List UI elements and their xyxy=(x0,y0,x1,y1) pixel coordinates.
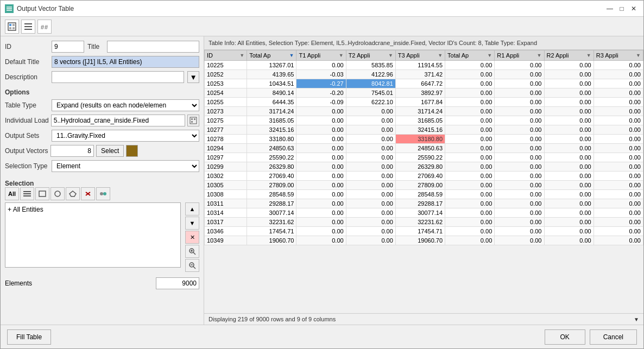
sel-all-btn[interactable]: All xyxy=(5,187,19,200)
filter-icon-t3[interactable]: ▼ xyxy=(438,53,443,58)
table-cell: 0.00 xyxy=(445,79,495,88)
table-cell: 27069.40 xyxy=(395,172,445,181)
id-input[interactable] xyxy=(52,41,84,53)
maximize-button[interactable]: □ xyxy=(616,3,627,14)
table-container[interactable]: ID▼ Total Ap▼ T1 Appli▼ T2 Appli▼ T3 App… xyxy=(204,50,643,313)
cancel-button[interactable]: Cancel xyxy=(590,329,637,345)
sel-group-btn[interactable] xyxy=(96,187,110,200)
title-input[interactable] xyxy=(107,41,199,53)
table-row[interactable]: 1027531685.050.000.0031685.050.000.000.0… xyxy=(205,116,643,125)
filter-icon-t1[interactable]: ▼ xyxy=(339,53,344,58)
side-zoom-out-btn[interactable] xyxy=(185,259,199,272)
ok-button[interactable]: OK xyxy=(545,329,585,345)
sel-delete-btn[interactable] xyxy=(81,187,95,200)
table-row[interactable]: 1027331714.240.000.0031714.240.000.000.0… xyxy=(205,107,643,116)
table-cell: 0.00 xyxy=(544,144,594,153)
table-cell: 0.00 xyxy=(296,135,346,144)
table-cell: 10278 xyxy=(205,135,247,144)
table-cell: 0.00 xyxy=(445,190,495,199)
toolbar-btn-2[interactable] xyxy=(21,20,35,34)
toolbar-btn-1[interactable] xyxy=(5,20,19,34)
table-cell: 10308 xyxy=(205,190,247,199)
table-row[interactable]: 1025310434.51-0.278042.816647.720.000.00… xyxy=(205,79,643,88)
description-input[interactable] xyxy=(52,71,184,83)
filter-icon-r3[interactable]: ▼ xyxy=(636,53,641,58)
elements-input[interactable] xyxy=(156,277,199,289)
table-row[interactable]: 1030828548.590.000.0028548.590.000.000.0… xyxy=(205,190,643,199)
table-row[interactable]: 102548490.14-0.207545.013892.970.000.000… xyxy=(205,88,643,98)
filter-icon-total-ap1[interactable]: ▼ xyxy=(289,53,294,58)
filter-icon-t2[interactable]: ▼ xyxy=(388,53,393,58)
table-row[interactable]: 1031129288.170.000.0029288.170.000.000.0… xyxy=(205,199,643,208)
side-zoom-in-btn[interactable] xyxy=(185,245,199,258)
table-row[interactable]: 1034919060.700.000.0019060.700.000.000.0… xyxy=(205,236,643,245)
table-cell: 0.00 xyxy=(594,236,643,245)
table-cell: 4122.96 xyxy=(346,70,395,79)
table-row[interactable]: 1030527809.000.000.0027809.000.000.000.0… xyxy=(205,181,643,190)
table-cell: 10314 xyxy=(205,208,247,218)
toolbar-btn-3[interactable]: ## xyxy=(37,20,52,34)
svg-rect-18 xyxy=(23,191,31,192)
filter-icon-total-ap2[interactable]: ▼ xyxy=(487,53,492,58)
table-row[interactable]: 1027833180.800.000.0033180.800.000.000.0… xyxy=(205,135,643,144)
fill-table-button[interactable]: Fill Table xyxy=(7,329,51,345)
individual-load-btn[interactable] xyxy=(187,115,199,126)
filter-icon-r1[interactable]: ▼ xyxy=(537,53,542,58)
table-row[interactable]: 1027732415.160.000.0032415.160.000.000.0… xyxy=(205,125,643,135)
sel-circle-btn[interactable] xyxy=(50,187,65,200)
svg-marker-23 xyxy=(70,191,76,196)
col-t1: T1 Appli▼ xyxy=(296,50,346,61)
table-cell: 0.00 xyxy=(594,190,643,199)
table-cell: 10254 xyxy=(205,88,247,98)
close-button[interactable]: ✕ xyxy=(628,3,639,14)
table-type-select[interactable]: Expand (results on each node/elemen xyxy=(52,99,199,111)
filter-icon-r2[interactable]: ▼ xyxy=(586,53,591,58)
table-cell: 0.00 xyxy=(346,227,395,236)
table-cell: 0.00 xyxy=(594,70,643,79)
default-title-input[interactable] xyxy=(52,56,199,68)
title-label: Title xyxy=(87,43,104,50)
table-row[interactable]: 1031732231.620.000.0032231.620.000.000.0… xyxy=(205,218,643,227)
table-cell: 0.00 xyxy=(346,172,395,181)
sel-poly-btn[interactable] xyxy=(66,187,80,200)
table-cell: 0.00 xyxy=(346,125,395,135)
table-cell: 33180.80 xyxy=(395,135,445,144)
output-sets-select[interactable]: 11..Gravity.Fixed xyxy=(52,130,199,142)
table-row[interactable]: 1029725590.220.000.0025590.220.000.000.0… xyxy=(205,153,643,162)
table-row[interactable]: 1022513267.010.005835.8511914.550.000.00… xyxy=(205,61,643,70)
color-picker-btn[interactable] xyxy=(126,145,138,157)
table-cell: -0.20 xyxy=(296,88,346,98)
table-cell: 24850.63 xyxy=(395,144,445,153)
table-cell: 31685.05 xyxy=(395,116,445,125)
table-row[interactable]: 1031430077.140.000.0030077.140.000.000.0… xyxy=(205,208,643,218)
side-down-btn[interactable]: ▼ xyxy=(185,217,199,230)
svg-rect-6 xyxy=(12,24,15,26)
description-dropdown-btn[interactable]: ▼ xyxy=(187,71,199,83)
col-t2: T2 Appli▼ xyxy=(346,50,395,61)
select-button[interactable]: Select xyxy=(96,145,124,157)
table-cell: 0.00 xyxy=(445,135,495,144)
window-controls: — □ ✕ xyxy=(604,3,639,14)
table-row[interactable]: 1029926329.800.000.0026329.800.000.000.0… xyxy=(205,162,643,172)
table-row[interactable]: 1029424850.630.000.0024850.630.000.000.0… xyxy=(205,144,643,153)
table-row[interactable]: 1030227069.400.000.0027069.400.000.000.0… xyxy=(205,172,643,181)
minimize-button[interactable]: — xyxy=(604,3,615,14)
individual-load-input[interactable] xyxy=(51,115,185,126)
options-label: Options xyxy=(5,88,199,96)
table-cell: 0.00 xyxy=(495,70,544,79)
id-title-row: ID Title xyxy=(5,41,199,53)
filter-icon-id[interactable]: ▼ xyxy=(239,53,244,58)
table-cell: 0.00 xyxy=(544,61,594,70)
selection-type-select[interactable]: Element xyxy=(52,160,199,172)
sel-box-btn[interactable] xyxy=(35,187,49,200)
side-delete-btn[interactable]: ✕ xyxy=(185,231,199,244)
table-cell: 0.00 xyxy=(296,172,346,181)
output-vectors-input[interactable] xyxy=(50,145,94,157)
table-row[interactable]: 102556444.35-0.096222.101677.840.000.000… xyxy=(205,98,643,107)
main-content: ID Title Default Title Description ▼ Opt… xyxy=(1,36,643,325)
side-up-btn[interactable]: ▲ xyxy=(185,202,199,215)
table-row[interactable]: 102524139.65-0.034122.96371.420.000.000.… xyxy=(205,70,643,79)
table-cell: 10317 xyxy=(205,218,247,227)
table-row[interactable]: 1034617454.710.000.0017454.710.000.000.0… xyxy=(205,227,643,236)
sel-list-btn[interactable] xyxy=(20,187,34,200)
